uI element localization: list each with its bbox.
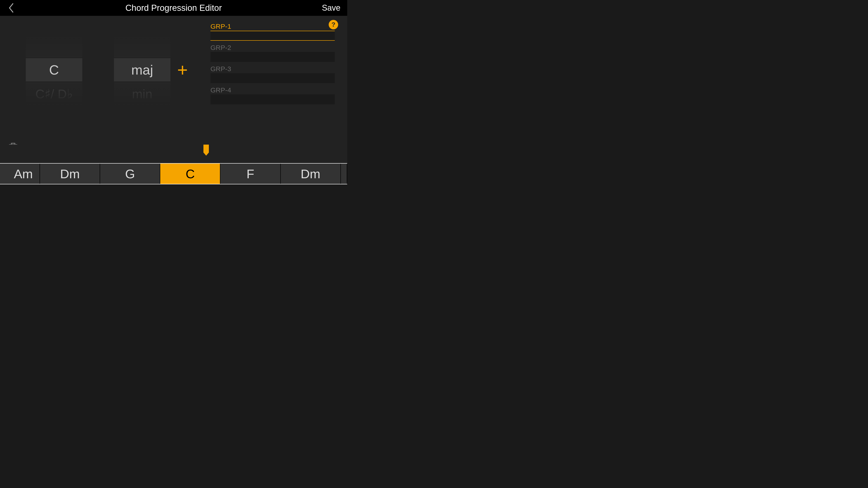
group-item-1[interactable]: GRP-1: [211, 23, 335, 41]
chord-cell[interactable]: F: [220, 164, 281, 184]
group-content-slot[interactable]: [211, 52, 335, 62]
chord-cell[interactable]: Dm: [281, 164, 341, 184]
chevron-left-icon: [8, 2, 14, 13]
playhead-marker[interactable]: [204, 144, 209, 153]
group-item-3[interactable]: GRP-3: [211, 65, 335, 83]
picker-cell-above: [26, 34, 82, 58]
picker-quality-below: min: [114, 82, 170, 106]
plus-icon: +: [177, 60, 188, 80]
chord-root-picker[interactable]: C C♯/ D♭: [26, 34, 82, 106]
page-title: Chord Progression Editor: [125, 3, 222, 13]
add-chord-to-group-button[interactable]: +: [177, 61, 188, 79]
group-content-slot[interactable]: [211, 73, 335, 83]
group-item-2[interactable]: GRP-2: [211, 44, 335, 62]
group-content-slot[interactable]: [211, 94, 335, 104]
picker-quality-selected: maj: [114, 58, 170, 82]
chord-cell[interactable]: C: [160, 164, 220, 184]
chord-progression-rail: AmDmGCFDm: [0, 163, 347, 184]
chord-cell[interactable]: [341, 164, 347, 184]
chord-cell[interactable]: Am: [0, 164, 40, 184]
group-label: GRP-2: [211, 44, 335, 52]
group-label: GRP-1: [211, 23, 335, 31]
group-item-4[interactable]: GRP-4: [211, 86, 335, 104]
chord-quality-picker[interactable]: maj min: [114, 34, 170, 106]
picker-root-selected: C: [26, 58, 82, 82]
back-button[interactable]: [7, 3, 16, 12]
group-content-slot[interactable]: [211, 31, 335, 41]
groups-list: GRP-1GRP-2GRP-3GRP-4: [211, 23, 335, 104]
timeline-marker-area[interactable]: [0, 144, 347, 164]
save-button[interactable]: Save: [322, 3, 340, 13]
picker-cell-above: [114, 34, 170, 58]
group-label: GRP-4: [211, 86, 335, 94]
chord-cell[interactable]: G: [100, 164, 160, 184]
group-label: GRP-3: [211, 65, 335, 73]
picker-root-below: C♯/ D♭: [26, 82, 82, 106]
chord-cell[interactable]: Dm: [40, 164, 100, 184]
